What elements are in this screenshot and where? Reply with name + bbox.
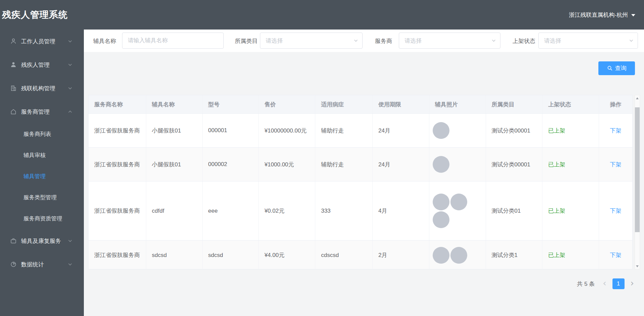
provider-select[interactable]: 请选择 [399,33,500,49]
chevron-down-icon [68,262,72,267]
scroll-up-arrow-icon[interactable] [635,95,640,101]
app-title: 残疾人管理系统 [2,9,68,21]
photo-cell [429,241,486,269]
sidebar-subitem[interactable]: 服务商列表 [0,123,84,145]
sidebar-item[interactable]: 服务商管理 [0,100,84,123]
sidebar-item[interactable]: 辅具及康复服务 [0,229,84,253]
sidebar-subitem[interactable]: 服务商资质管理 [0,208,84,229]
table-cell: 浙江省假肢服务商 [89,241,146,269]
sidebar-item[interactable]: 数据统计 [0,253,84,276]
photo-placeholder [450,247,467,264]
photo-placeholder [433,211,449,228]
app-window: 残疾人管理系统 浙江残联直属机构-杭州 工作人员管理残疾人管理残联机构管理服务商… [0,0,644,316]
main-content: 辅具名称 所属类目 请选择 服务商 请选择 上架状态 请选择 [84,30,644,316]
chevron-down-icon [629,38,634,43]
category-cell: 测试分类00001 [486,114,543,147]
action-cell: 下架 [599,241,632,269]
table-header: 服务商名称辅具名称型号售价适用病症使用期限辅具照片所属类目上架状态操作 [89,95,632,113]
column-header: 操作 [599,95,632,113]
table-cell: 浙江省假肢服务商 [89,181,146,240]
column-header: 辅具名称 [146,95,203,113]
sidebar-item[interactable]: 残联机构管理 [0,76,84,100]
sidebar-subitem[interactable]: 服务类型管理 [0,187,84,208]
sidebar-menu: 工作人员管理残疾人管理残联机构管理服务商管理服务商列表辅具审核辅具管理服务类型管… [0,30,84,276]
status-select[interactable]: 请选择 [538,33,638,49]
sidebar-item[interactable]: 残疾人管理 [0,53,84,76]
assistive-devices-table: 服务商名称辅具名称型号售价适用病症使用期限辅具照片所属类目上架状态操作 浙江省假… [88,95,633,269]
table-cell: ¥4.00元 [259,241,315,269]
table-cell: 浙江省假肢服务商 [89,148,146,181]
chevron-down-icon [491,38,496,43]
assistive-name-input[interactable] [122,33,224,49]
take-down-link[interactable]: 下架 [610,161,622,168]
table-body: 浙江省假肢服务商小腿假肢01000001¥10000000.00元辅助行走24月… [89,113,632,269]
chevron-down-icon [68,39,72,44]
query-button[interactable]: 查询 [598,61,635,75]
next-page-button[interactable]: › [631,279,634,289]
sidebar: 工作人员管理残疾人管理残联机构管理服务商管理服务商列表辅具审核辅具管理服务类型管… [0,30,84,316]
column-header: 型号 [203,95,259,113]
table-cell: 333 [315,181,373,240]
top-header: 残疾人管理系统 浙江残联直属机构-杭州 [0,0,644,30]
table-cell: 2月 [373,241,429,269]
table-cell: sdcsd [203,241,259,269]
sidebar-subitem[interactable]: 辅具管理 [0,166,84,187]
prev-page-button[interactable]: ‹ [603,279,606,289]
table-cell: 浙江省假肢服务商 [89,114,146,147]
filter-label-name: 辅具名称 [93,37,116,45]
action-cell: 下架 [599,148,632,181]
user-outline-icon [10,38,18,45]
filter-label-category: 所属类目 [235,37,258,45]
filter-bar: 辅具名称 所属类目 请选择 服务商 请选择 上架状态 请选择 [84,30,644,52]
building-icon [10,85,18,92]
column-header: 辅具照片 [429,95,486,113]
scroll-down-arrow-icon[interactable] [635,263,640,269]
table-row: 浙江省假肢服务商小腿假肢01000002¥1000.00元辅助行走24月测试分类… [89,147,632,181]
status-badge: 已上架 [542,241,599,269]
status-badge: 已上架 [542,114,599,147]
photo-placeholder [433,194,449,210]
pie-chart-icon [10,261,18,268]
table-cell: ¥0.02元 [259,181,315,240]
action-cell: 下架 [599,114,632,147]
photo-cell [429,114,486,147]
category-cell: 测试分类1 [486,241,543,269]
filter-label-provider: 服务商 [375,37,392,45]
table-cell: cdfdf [146,181,203,240]
column-header: 售价 [259,95,315,113]
chevron-down-icon [68,62,72,67]
table-cell: 辅助行走 [315,114,373,147]
table-cell: 辅助行走 [315,148,373,181]
category-cell: 测试分类00001 [486,148,543,181]
photo-placeholder [433,247,449,264]
column-header: 上架状态 [542,95,599,113]
category-select[interactable]: 请选择 [260,33,363,49]
take-down-link[interactable]: 下架 [610,207,622,215]
table-cell: 24月 [373,114,429,147]
pagination: 共 5 条 ‹ 1 › [577,278,634,290]
home-icon [10,108,18,115]
sidebar-subitem[interactable]: 辅具审核 [0,145,84,166]
pagination-total: 共 5 条 [577,280,595,288]
table-scrollbar[interactable] [635,95,640,269]
user-filled-icon [10,61,18,68]
sidebar-item[interactable]: 工作人员管理 [0,30,84,53]
table-cell: ¥10000000.00元 [259,114,315,147]
page-number-button[interactable]: 1 [612,278,625,289]
org-switcher-label: 浙江残联直属机构-杭州 [569,11,628,19]
photo-placeholder [433,156,449,173]
chevron-down-icon [68,239,72,243]
column-header: 服务商名称 [89,95,146,113]
take-down-link[interactable]: 下架 [610,127,622,135]
table-cell: cdscsd [315,241,373,269]
caret-down-icon [631,14,635,16]
photo-placeholder [450,194,467,210]
scrollbar-thumb[interactable] [635,107,640,232]
table-cell: sdcsd [146,241,203,269]
status-badge: 已上架 [542,181,599,240]
org-switcher-dropdown[interactable]: 浙江残联直属机构-杭州 [569,11,635,19]
take-down-link[interactable]: 下架 [610,251,622,259]
table-cell: 小腿假肢01 [146,148,203,181]
photo-placeholder [433,122,449,139]
table-cell: ¥1000.00元 [259,148,315,181]
